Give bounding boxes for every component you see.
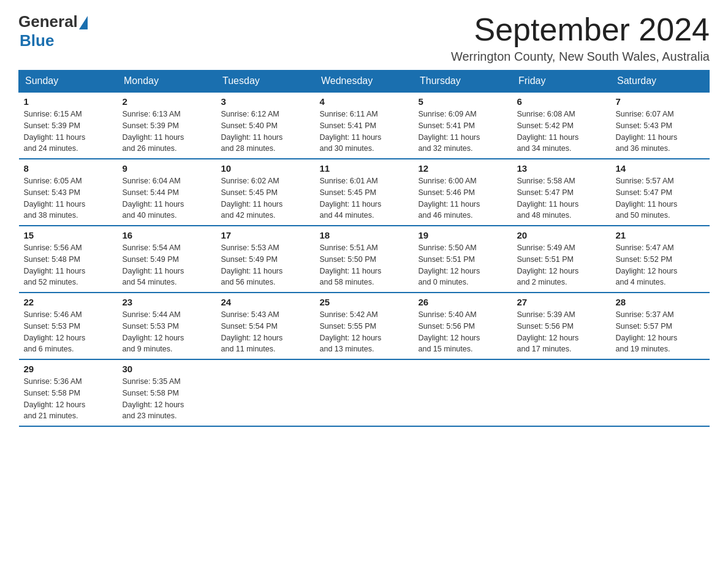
day-number: 28 [616,297,705,307]
location-subtitle: Werrington County, New South Wales, Aust… [451,50,710,64]
day-number: 24 [221,297,310,307]
day-info: Sunrise: 6:09 AMSunset: 5:41 PMDaylight:… [419,109,507,155]
calendar-cell: 12Sunrise: 6:00 AMSunset: 5:46 PMDayligh… [414,159,512,226]
calendar-cell [414,359,512,426]
calendar-cell: 2Sunrise: 6:13 AMSunset: 5:39 PMDaylight… [118,92,216,159]
day-info: Sunrise: 5:42 AMSunset: 5:55 PMDaylight:… [320,309,409,355]
day-info: Sunrise: 6:01 AMSunset: 5:45 PMDaylight:… [320,175,409,221]
day-info: Sunrise: 6:02 AMSunset: 5:45 PMDaylight:… [221,175,310,221]
calendar-cell: 29Sunrise: 5:36 AMSunset: 5:58 PMDayligh… [19,359,118,426]
calendar-cell: 3Sunrise: 6:12 AMSunset: 5:40 PMDaylight… [216,92,315,159]
day-info: Sunrise: 6:04 AMSunset: 5:44 PMDaylight:… [123,175,211,221]
page-header: General Blue September 2024 Werrington C… [18,12,710,64]
logo-general-text: General [18,12,78,31]
calendar-cell: 30Sunrise: 5:35 AMSunset: 5:58 PMDayligh… [118,359,216,426]
week-row-3: 15Sunrise: 5:56 AMSunset: 5:48 PMDayligh… [19,226,710,293]
day-info: Sunrise: 6:11 AMSunset: 5:41 PMDaylight:… [320,109,409,155]
day-number: 22 [24,297,113,307]
day-number: 17 [221,230,310,240]
calendar-cell: 6Sunrise: 6:08 AMSunset: 5:42 PMDaylight… [512,92,611,159]
day-number: 6 [517,96,606,107]
month-title: September 2024 [451,12,710,47]
day-info: Sunrise: 5:35 AMSunset: 5:58 PMDaylight:… [123,376,211,422]
day-number: 18 [320,230,409,240]
day-info: Sunrise: 5:44 AMSunset: 5:53 PMDaylight:… [123,309,211,355]
day-info: Sunrise: 5:58 AMSunset: 5:47 PMDaylight:… [517,175,606,221]
column-header-tuesday: Tuesday [216,71,315,93]
calendar-cell: 13Sunrise: 5:58 AMSunset: 5:47 PMDayligh… [512,159,611,226]
day-info: Sunrise: 5:36 AMSunset: 5:58 PMDaylight:… [24,376,113,422]
day-info: Sunrise: 6:08 AMSunset: 5:42 PMDaylight:… [517,109,606,155]
day-info: Sunrise: 5:46 AMSunset: 5:53 PMDaylight:… [24,309,113,355]
calendar-cell: 21Sunrise: 5:47 AMSunset: 5:52 PMDayligh… [611,226,710,293]
calendar-cell: 10Sunrise: 6:02 AMSunset: 5:45 PMDayligh… [216,159,315,226]
calendar-cell: 16Sunrise: 5:54 AMSunset: 5:49 PMDayligh… [118,226,216,293]
day-number: 7 [616,96,705,107]
day-number: 1 [24,96,113,107]
calendar-cell: 25Sunrise: 5:42 AMSunset: 5:55 PMDayligh… [315,293,414,359]
day-number: 29 [24,364,113,374]
calendar-cell [611,359,710,426]
day-number: 25 [320,297,409,307]
calendar-cell: 17Sunrise: 5:53 AMSunset: 5:49 PMDayligh… [216,226,315,293]
calendar-cell: 7Sunrise: 6:07 AMSunset: 5:43 PMDaylight… [611,92,710,159]
day-info: Sunrise: 6:07 AMSunset: 5:43 PMDaylight:… [616,109,705,155]
day-number: 20 [517,230,606,240]
logo-blue-text: Blue [20,31,54,50]
calendar-cell: 20Sunrise: 5:49 AMSunset: 5:51 PMDayligh… [512,226,611,293]
day-info: Sunrise: 5:43 AMSunset: 5:54 PMDaylight:… [221,309,310,355]
day-info: Sunrise: 5:49 AMSunset: 5:51 PMDaylight:… [517,242,606,288]
calendar-cell: 27Sunrise: 5:39 AMSunset: 5:56 PMDayligh… [512,293,611,359]
day-number: 15 [24,230,113,240]
calendar-cell: 9Sunrise: 6:04 AMSunset: 5:44 PMDaylight… [118,159,216,226]
calendar-cell: 19Sunrise: 5:50 AMSunset: 5:51 PMDayligh… [414,226,512,293]
day-info: Sunrise: 5:37 AMSunset: 5:57 PMDaylight:… [616,309,705,355]
calendar-cell: 22Sunrise: 5:46 AMSunset: 5:53 PMDayligh… [19,293,118,359]
logo-triangle-icon [79,16,88,29]
day-info: Sunrise: 6:05 AMSunset: 5:43 PMDaylight:… [24,175,113,221]
day-info: Sunrise: 6:13 AMSunset: 5:39 PMDaylight:… [123,109,211,155]
calendar-cell [216,359,315,426]
column-header-thursday: Thursday [414,71,512,93]
day-info: Sunrise: 5:50 AMSunset: 5:51 PMDaylight:… [419,242,507,288]
calendar-cell: 28Sunrise: 5:37 AMSunset: 5:57 PMDayligh… [611,293,710,359]
day-number: 21 [616,230,705,240]
calendar-table: SundayMondayTuesdayWednesdayThursdayFrid… [18,70,710,427]
calendar-header-row: SundayMondayTuesdayWednesdayThursdayFrid… [19,71,710,93]
day-info: Sunrise: 5:54 AMSunset: 5:49 PMDaylight:… [123,242,211,288]
day-number: 2 [123,96,211,107]
calendar-cell: 4Sunrise: 6:11 AMSunset: 5:41 PMDaylight… [315,92,414,159]
calendar-cell: 18Sunrise: 5:51 AMSunset: 5:50 PMDayligh… [315,226,414,293]
day-number: 26 [419,297,507,307]
calendar-cell: 14Sunrise: 5:57 AMSunset: 5:47 PMDayligh… [611,159,710,226]
calendar-cell: 26Sunrise: 5:40 AMSunset: 5:56 PMDayligh… [414,293,512,359]
day-number: 8 [24,163,113,174]
day-info: Sunrise: 6:00 AMSunset: 5:46 PMDaylight:… [419,175,507,221]
column-header-wednesday: Wednesday [315,71,414,93]
day-number: 10 [221,163,310,174]
day-number: 19 [419,230,507,240]
day-number: 27 [517,297,606,307]
day-number: 11 [320,163,409,174]
column-header-saturday: Saturday [611,71,710,93]
day-info: Sunrise: 6:15 AMSunset: 5:39 PMDaylight:… [24,109,113,155]
column-header-monday: Monday [118,71,216,93]
week-row-1: 1Sunrise: 6:15 AMSunset: 5:39 PMDaylight… [19,92,710,159]
day-info: Sunrise: 5:57 AMSunset: 5:47 PMDaylight:… [616,175,705,221]
title-section: September 2024 Werrington County, New So… [451,12,710,64]
day-number: 3 [221,96,310,107]
day-number: 4 [320,96,409,107]
calendar-cell: 23Sunrise: 5:44 AMSunset: 5:53 PMDayligh… [118,293,216,359]
day-number: 23 [123,297,211,307]
column-header-sunday: Sunday [19,71,118,93]
calendar-cell: 15Sunrise: 5:56 AMSunset: 5:48 PMDayligh… [19,226,118,293]
calendar-cell: 24Sunrise: 5:43 AMSunset: 5:54 PMDayligh… [216,293,315,359]
day-number: 9 [123,163,211,174]
day-info: Sunrise: 5:51 AMSunset: 5:50 PMDaylight:… [320,242,409,288]
week-row-5: 29Sunrise: 5:36 AMSunset: 5:58 PMDayligh… [19,359,710,426]
day-info: Sunrise: 5:53 AMSunset: 5:49 PMDaylight:… [221,242,310,288]
day-number: 14 [616,163,705,174]
column-header-friday: Friday [512,71,611,93]
day-info: Sunrise: 5:56 AMSunset: 5:48 PMDaylight:… [24,242,113,288]
week-row-4: 22Sunrise: 5:46 AMSunset: 5:53 PMDayligh… [19,293,710,359]
